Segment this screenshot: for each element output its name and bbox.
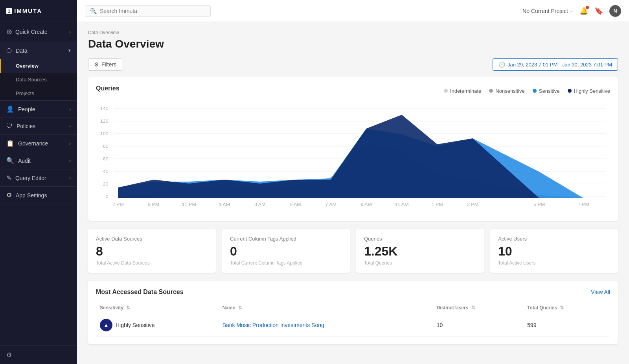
sidebar-section-governance: 📋 Governance › [0, 135, 77, 152]
table-header-cols: Sensitivity ⇅ Name ⇅ Distinct Users ⇅ To… [96, 302, 610, 314]
logo-area: 1 IMMUTA [0, 0, 77, 22]
project-arrow: ⌄ [570, 8, 573, 13]
governance-icon: 📋 [6, 140, 14, 147]
sort-icon-total-queries: ⇅ [560, 305, 564, 311]
shield-icon: 🛡 [6, 123, 13, 130]
sidebar-item-projects[interactable]: Projects [0, 86, 77, 100]
data-arrow: ▾ [68, 48, 71, 53]
stat-value-queries: 1.25K [364, 244, 476, 259]
stat-value-column-tags: 0 [230, 244, 342, 259]
main-area: 🔍 No Current Project ⌄ 🔔 🔖 N Data Overvi… [77, 0, 629, 364]
chart-area: 0 20 40 60 80 100 120 140 [96, 103, 610, 213]
sidebar-app-settings-header[interactable]: ⚙ App Settings [0, 187, 77, 204]
sidebar-section-data: ⬡ Data ▾ Overview Data Sources Projects [0, 42, 77, 101]
col-name[interactable]: Name ⇅ [219, 302, 433, 314]
svg-text:1 PM: 1 PM [432, 202, 443, 207]
sensitive-label: Sensitive [539, 88, 560, 94]
stat-sublabel-active-users: Total Active Users [498, 260, 610, 266]
stat-label-column-tags: Current Column Tags Applied [230, 236, 342, 242]
indeterminate-label: Indeterminate [450, 88, 482, 94]
page-title: Data Overview [88, 38, 618, 50]
search-input[interactable] [100, 8, 206, 14]
topbar-right: No Current Project ⌄ 🔔 🔖 N [522, 5, 621, 17]
sidebar-section-app-settings: ⚙ App Settings [0, 187, 77, 204]
query-editor-label: Query Editor [15, 175, 46, 181]
svg-text:7 PM: 7 PM [578, 202, 589, 207]
sidebar-policies-header[interactable]: 🛡 Policies › [0, 118, 77, 134]
svg-text:7 PM: 7 PM [112, 202, 124, 207]
svg-text:7 AM: 7 AM [325, 202, 336, 207]
filter-row: ⚙ Filters 🕐 Jan 29, 2023 7:01 PM - Jan 3… [88, 58, 618, 71]
table-row: ▲ Highly Sensitive Bank Music Production… [96, 314, 610, 336]
project-name: No Current Project [522, 8, 568, 14]
sidebar-governance-header[interactable]: 📋 Governance › [0, 135, 77, 152]
logo-text: IMMUTA [14, 7, 42, 14]
search-box[interactable]: 🔍 [85, 5, 211, 17]
chart-title: Queries [96, 85, 120, 92]
stats-row: Active Data Sources 8 Total Active Data … [88, 229, 618, 273]
sidebar-query-editor-header[interactable]: ✎ Query Editor › [0, 169, 77, 186]
stat-card-column-tags: Current Column Tags Applied 0 Total Curr… [222, 229, 350, 273]
datasource-link[interactable]: Bank Music Production Investments Song [223, 322, 324, 328]
settings-bottom-icon[interactable]: ⚙ [6, 351, 12, 358]
cell-distinct-users: 10 [433, 314, 523, 336]
date-range-label: Jan 29, 2023 7:01 PM - Jan 30, 2023 7:01… [508, 62, 612, 68]
sensitivity-badge: ▲ Highly Sensitive [100, 319, 215, 331]
svg-text:0: 0 [106, 194, 109, 199]
policies-label: Policies [17, 123, 35, 129]
svg-text:140: 140 [100, 106, 109, 111]
queries-chart-card: Queries Indeterminate Nonsensitive Sensi… [88, 77, 618, 221]
stat-card-queries: Queries 1.25K Total Queries [356, 229, 484, 273]
svg-text:9 PM: 9 PM [148, 202, 159, 207]
stat-sublabel-column-tags: Total Current Column Tags Applied [230, 260, 342, 266]
filter-label: Filters [101, 61, 116, 68]
projects-label: Projects [16, 90, 34, 96]
legend-indeterminate: Indeterminate [444, 88, 482, 94]
audit-icon: 🔍 [6, 157, 14, 164]
chart-header: Queries Indeterminate Nonsensitive Sensi… [96, 85, 610, 97]
stat-label-queries: Queries [364, 236, 476, 242]
sort-icon-sensitivity: ⇅ [126, 305, 130, 311]
governance-label: Governance [18, 140, 48, 147]
sidebar-audit-header[interactable]: 🔍 Audit › [0, 152, 77, 169]
sidebar-section-people: 👤 People › [0, 101, 77, 118]
col-distinct-users[interactable]: Distinct Users ⇅ [433, 302, 523, 314]
project-selector[interactable]: No Current Project ⌄ [522, 8, 573, 14]
governance-arrow: › [69, 141, 71, 146]
people-arrow: › [69, 107, 71, 112]
sidebar-section-data-header[interactable]: ⬡ Data ▾ [0, 42, 77, 59]
stat-value-active-data-sources: 8 [96, 244, 208, 259]
sidebar-item-overview[interactable]: Overview [0, 59, 77, 73]
quick-create-button[interactable]: ⊕ Quick Create › [0, 22, 77, 42]
sidebar-section-audit: 🔍 Audit › [0, 152, 77, 169]
notification-bell[interactable]: 🔔 [579, 7, 588, 15]
highly-sensitive-area [118, 115, 583, 198]
legend-nonsensitive: Nonsensitive [489, 88, 524, 94]
filters-button[interactable]: ⚙ Filters [88, 58, 122, 71]
sidebar-item-data-sources[interactable]: Data Sources [0, 73, 77, 86]
user-avatar[interactable]: N [609, 5, 621, 17]
stat-card-active-data-sources: Active Data Sources 8 Total Active Data … [88, 229, 216, 273]
chart-legend: Indeterminate Nonsensitive Sensitive Hig… [444, 88, 610, 94]
svg-text:3 AM: 3 AM [254, 202, 265, 207]
content-area: Data Overview Data Overview ⚙ Filters 🕐 … [77, 22, 629, 364]
stat-label-active-data-sources: Active Data Sources [96, 236, 208, 242]
col-sensitivity[interactable]: Sensitivity ⇅ [96, 302, 219, 314]
date-range-button[interactable]: 🕐 Jan 29, 2023 7:01 PM - Jan 30, 2023 7:… [493, 58, 618, 71]
sidebar-section-query-editor: ✎ Query Editor › [0, 169, 77, 187]
notification-dot [586, 6, 589, 9]
table-header-row: Most Accessed Data Sources View All [96, 289, 610, 296]
stat-sublabel-active-data-sources: Total Active Data Sources [96, 260, 208, 266]
topbar: 🔍 No Current Project ⌄ 🔔 🔖 N [77, 0, 629, 22]
bookmark-icon[interactable]: 🔖 [594, 7, 603, 15]
view-all-link[interactable]: View All [591, 289, 610, 295]
svg-text:9 AM: 9 AM [361, 202, 372, 207]
cell-total-queries: 599 [523, 314, 610, 336]
stat-card-active-users: Active Users 10 Total Active Users [490, 229, 618, 273]
sidebar-people-header[interactable]: 👤 People › [0, 101, 77, 118]
data-subitems: Overview Data Sources Projects [0, 59, 77, 100]
svg-text:11 AM: 11 AM [395, 202, 408, 207]
col-total-queries[interactable]: Total Queries ⇅ [523, 302, 610, 314]
search-icon: 🔍 [90, 8, 97, 14]
highly-sensitive-dot [568, 89, 572, 93]
